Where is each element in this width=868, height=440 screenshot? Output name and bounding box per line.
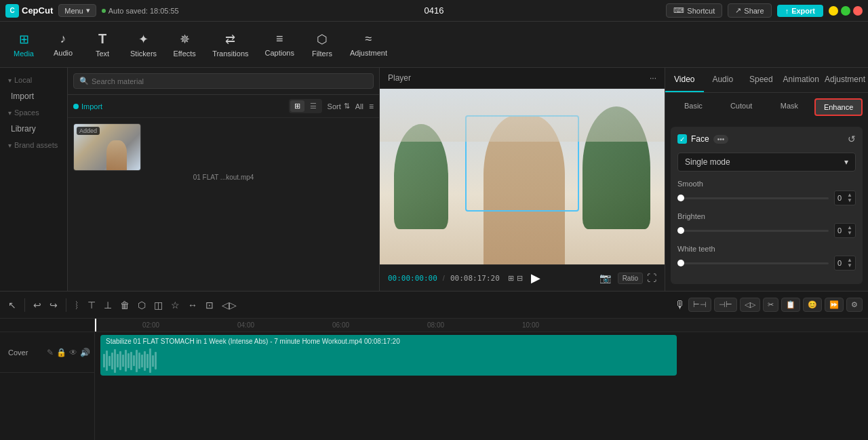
toolbar-effects[interactable]: ✵ Effects bbox=[166, 28, 203, 62]
minimize-button[interactable] bbox=[829, 6, 838, 16]
menu-button[interactable]: Menu ▾ bbox=[58, 4, 96, 17]
wave-bar bbox=[119, 351, 121, 370]
toolbar-captions[interactable]: ≡ Captions bbox=[258, 28, 301, 61]
toolbar-media[interactable]: ⊞ Media bbox=[5, 28, 42, 62]
tl-speed-button[interactable]: ⏩ bbox=[825, 298, 844, 312]
ratio-button[interactable]: Ratio bbox=[618, 273, 643, 284]
trim-button[interactable]: ◁▷ bbox=[219, 297, 239, 313]
sidebar-item-brand-assets[interactable]: Brand assets bbox=[0, 138, 67, 152]
undo-button[interactable]: ↩ bbox=[31, 297, 44, 313]
player-menu-icon[interactable]: ··· bbox=[650, 73, 656, 83]
subtab-cutout[interactable]: Cutout bbox=[719, 98, 764, 116]
frame-grid-button[interactable]: ⊞ bbox=[508, 274, 514, 283]
brighten-down-button[interactable]: ▼ bbox=[847, 231, 852, 236]
export-button[interactable]: ↑ Export bbox=[777, 5, 823, 17]
sidebar-item-library[interactable]: Library bbox=[3, 120, 64, 138]
delete-button[interactable]: 🗑 bbox=[117, 297, 132, 313]
sidebar-item-local[interactable]: Local bbox=[0, 73, 67, 87]
crop-top-button[interactable]: ⊤ bbox=[85, 297, 98, 313]
fullscreen-button[interactable]: ⛶ bbox=[647, 273, 656, 283]
search-input[interactable] bbox=[92, 77, 368, 85]
tab-animation[interactable]: Animation bbox=[781, 68, 822, 92]
tab-video[interactable]: Video bbox=[665, 68, 704, 92]
wave-bar bbox=[138, 353, 140, 369]
toolbar-text[interactable]: T Text bbox=[84, 27, 121, 62]
filter-all-button[interactable]: All bbox=[355, 102, 363, 111]
tl-trim2-button[interactable]: ◁▷ bbox=[740, 298, 760, 312]
subtab-enhance[interactable]: Enhance bbox=[814, 98, 863, 116]
frame-list-button[interactable]: ⊟ bbox=[517, 274, 523, 283]
crop-bottom-button[interactable]: ⊥ bbox=[101, 297, 115, 313]
play-button[interactable]: ▶ bbox=[528, 269, 543, 287]
track-icon-edit[interactable]: ✎ bbox=[47, 348, 54, 357]
tab-audio[interactable]: Audio bbox=[704, 68, 743, 92]
toolbar-stickers[interactable]: ✦ Stickers bbox=[123, 28, 163, 62]
track-icon-lock[interactable]: 🔒 bbox=[56, 348, 66, 357]
track-icon-audio[interactable]: 🔊 bbox=[80, 348, 90, 357]
track-icon-eye[interactable]: 👁 bbox=[69, 348, 77, 357]
close-button[interactable] bbox=[853, 6, 863, 16]
brighten-track[interactable] bbox=[677, 230, 829, 232]
tab-speed[interactable]: Speed bbox=[742, 68, 781, 92]
captions-label: Captions bbox=[265, 49, 294, 57]
brighten-thumb[interactable] bbox=[677, 227, 684, 234]
redo-button[interactable]: ↪ bbox=[47, 297, 60, 313]
brighten-stepper[interactable]: ▲ ▼ bbox=[847, 225, 852, 236]
white-teeth-track[interactable] bbox=[677, 262, 829, 264]
share-button[interactable]: ↗ Share bbox=[728, 3, 771, 18]
refresh-icon[interactable]: ↺ bbox=[848, 134, 856, 144]
wave-bar bbox=[127, 353, 130, 368]
smooth-track[interactable] bbox=[677, 197, 829, 199]
toolbar-adjustment[interactable]: ≈ Adjustment bbox=[343, 28, 394, 61]
toolbar-filters[interactable]: ⬡ Filters bbox=[304, 28, 340, 62]
white-teeth-label: White teeth bbox=[677, 245, 856, 253]
shortcut-button[interactable]: ⌨ Shortcut bbox=[666, 3, 722, 18]
ruler-mark-3: 06:00 bbox=[332, 321, 349, 329]
shield-button[interactable]: ⬡ bbox=[135, 297, 149, 313]
media-thumbnail[interactable]: Added bbox=[73, 123, 141, 171]
filter-options-icon[interactable]: ≡ bbox=[369, 102, 374, 111]
frame-buttons: ⊞ ⊟ bbox=[508, 274, 523, 283]
white-teeth-thumb[interactable] bbox=[677, 260, 684, 266]
toolbar-audio[interactable]: ♪ Audio bbox=[45, 28, 81, 61]
split-button[interactable]: ⧘ bbox=[72, 297, 82, 313]
tl-join-button[interactable]: ⊣⊢ bbox=[714, 298, 737, 312]
smooth-stepper[interactable]: ▲ ▼ bbox=[847, 193, 852, 203]
tl-paste-button[interactable]: 📋 bbox=[781, 298, 800, 312]
sort-button[interactable]: Sort ⇅ bbox=[328, 102, 350, 111]
tl-split-button[interactable]: ⊢⊣ bbox=[688, 298, 711, 312]
layers-button[interactable]: ◫ bbox=[151, 297, 165, 313]
grid-view-button[interactable]: ⊞ bbox=[290, 100, 304, 112]
star-button[interactable]: ☆ bbox=[168, 297, 182, 313]
list-view-button[interactable]: ☰ bbox=[306, 100, 321, 112]
sidebar-item-import[interactable]: Import bbox=[3, 87, 64, 105]
maximize-button[interactable] bbox=[841, 6, 850, 16]
subtab-basic[interactable]: Basic bbox=[671, 98, 716, 116]
media-search-bar: 🔍 bbox=[68, 68, 379, 95]
tl-settings-button[interactable]: ⚙ bbox=[846, 298, 863, 312]
flip-button[interactable]: ↔ bbox=[185, 297, 200, 313]
mic-button[interactable]: 🎙 bbox=[675, 299, 686, 311]
white-teeth-slider-container: 0 ▲ ▼ bbox=[677, 256, 856, 271]
white-teeth-stepper[interactable]: ▲ ▼ bbox=[847, 258, 852, 268]
video-frame bbox=[380, 89, 665, 264]
timeline-area: Cover ✎ 🔒 👁 🔊 02:00 04:00 06:00 08:00 10… bbox=[0, 319, 868, 440]
face-checkbox[interactable]: ✓ bbox=[677, 134, 687, 144]
main-area: Local Import Spaces Library Brand assets… bbox=[0, 68, 868, 291]
tab-adjustment[interactable]: Adjustment bbox=[822, 68, 868, 92]
smooth-down-button[interactable]: ▼ bbox=[847, 198, 852, 203]
subtab-mask[interactable]: Mask bbox=[767, 98, 812, 116]
mode-select[interactable]: Single mode ▾ bbox=[677, 153, 856, 172]
timeline-tracks: Stabilize 01 FLAT STOMACH in 1 Week (Int… bbox=[95, 332, 868, 378]
copy-button[interactable]: ⊡ bbox=[203, 297, 216, 313]
toolbar-transitions[interactable]: ⇄ Transitions bbox=[205, 28, 255, 62]
camera-button[interactable]: 📷 bbox=[597, 271, 614, 285]
smooth-thumb[interactable] bbox=[677, 195, 684, 201]
white-teeth-down-button[interactable]: ▼ bbox=[847, 263, 852, 268]
tl-cut-button[interactable]: ✂ bbox=[763, 298, 778, 312]
video-track[interactable]: Stabilize 01 FLAT STOMACH in 1 Week (Int… bbox=[100, 335, 677, 376]
import-button[interactable]: Import bbox=[73, 102, 102, 111]
sidebar-item-spaces[interactable]: Spaces bbox=[0, 106, 67, 119]
tl-emoji-button[interactable]: 😊 bbox=[803, 298, 822, 312]
select-tool-button[interactable]: ↖ bbox=[5, 297, 19, 313]
